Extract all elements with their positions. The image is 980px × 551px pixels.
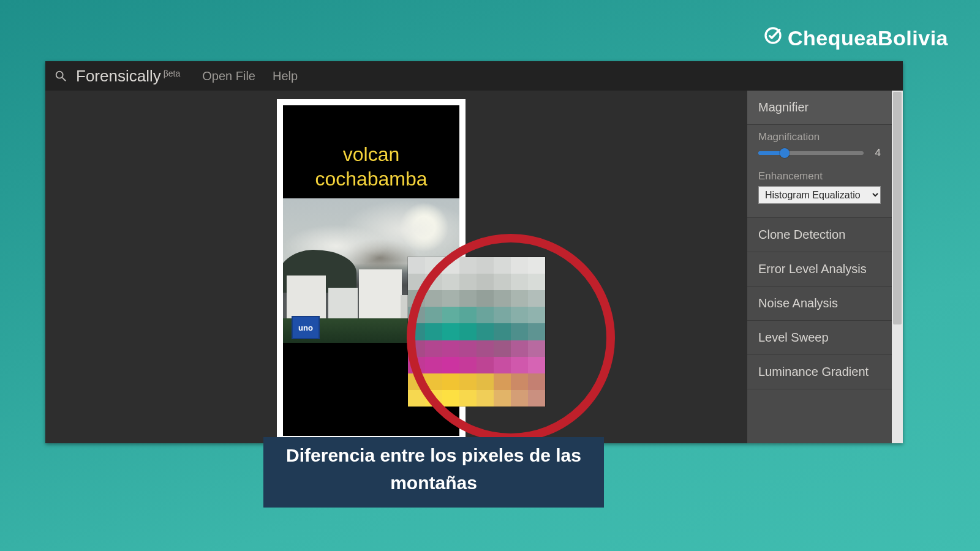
menu-help[interactable]: Help: [266, 67, 304, 86]
svg-point-1: [56, 72, 63, 78]
panel-head-error-level-analysis[interactable]: Error Level Analysis: [747, 252, 892, 286]
app-brand: Forensically βeta: [76, 67, 180, 86]
sidebar-wrap: Magnifier Magnification 4 Enhancement: [747, 91, 903, 443]
sidebar: Magnifier Magnification 4 Enhancement: [747, 91, 892, 443]
magnification-slider[interactable]: [758, 151, 864, 155]
image-overlay-line2: cochabamba: [283, 167, 459, 191]
workspace: volcan cochabamba: [45, 91, 903, 443]
panel-level-sweep: Level Sweep: [747, 321, 892, 355]
brand-suffix: βeta: [164, 69, 181, 78]
panel-head-level-sweep[interactable]: Level Sweep: [747, 321, 892, 354]
panel-error-level-analysis: Error Level Analysis: [747, 252, 892, 287]
panel-head-luminance-gradient[interactable]: Luminance Gradient: [747, 355, 892, 389]
sidebar-scrollbar[interactable]: [892, 91, 903, 443]
billboard-sign: uno: [292, 316, 320, 339]
watermark: ChequeaBolivia: [763, 26, 948, 50]
panel-head-clone-detection[interactable]: Clone Detection: [747, 218, 892, 252]
panel-body-magnifier: Magnification 4 Enhancement Histogram Eq…: [747, 124, 892, 217]
panel-head-magnifier[interactable]: Magnifier: [747, 91, 892, 124]
enhancement-label: Enhancement: [758, 170, 881, 182]
scrollbar-thumb[interactable]: [893, 92, 902, 324]
magnifier-preview: [408, 257, 545, 407]
watermark-text: ChequeaBolivia: [788, 26, 948, 50]
image-overlay-line1: volcan: [283, 142, 459, 167]
app-window: Forensically βeta Open File Help volcan …: [45, 61, 903, 443]
enhancement-select[interactable]: Histogram Equalizatio: [758, 186, 881, 204]
check-icon: [763, 26, 783, 50]
brand-name: Forensically: [76, 67, 161, 86]
menu-open-file[interactable]: Open File: [196, 67, 262, 86]
caption-banner: Diferencia entre los pixeles de las mont…: [263, 437, 604, 508]
panel-noise-analysis: Noise Analysis: [747, 287, 892, 321]
svg-line-2: [62, 78, 66, 81]
panel-head-noise-analysis[interactable]: Noise Analysis: [747, 287, 892, 320]
magnification-value: 4: [870, 147, 881, 159]
canvas-area[interactable]: volcan cochabamba: [45, 91, 747, 443]
panel-magnifier: Magnifier Magnification 4 Enhancement: [747, 91, 892, 218]
menubar: Forensically βeta Open File Help: [45, 61, 903, 91]
magnification-label: Magnification: [758, 131, 881, 143]
slider-knob[interactable]: [780, 148, 790, 158]
caption-line1: Diferencia entre los pixeles de las: [274, 443, 593, 468]
magnifier-icon: [54, 69, 67, 83]
image-overlay-title: volcan cochabamba: [283, 142, 459, 191]
panel-luminance-gradient: Luminance Gradient: [747, 355, 892, 389]
caption-line2: montañas: [378, 467, 489, 502]
magnification-row: 4: [758, 147, 881, 159]
panel-clone-detection: Clone Detection: [747, 218, 892, 252]
